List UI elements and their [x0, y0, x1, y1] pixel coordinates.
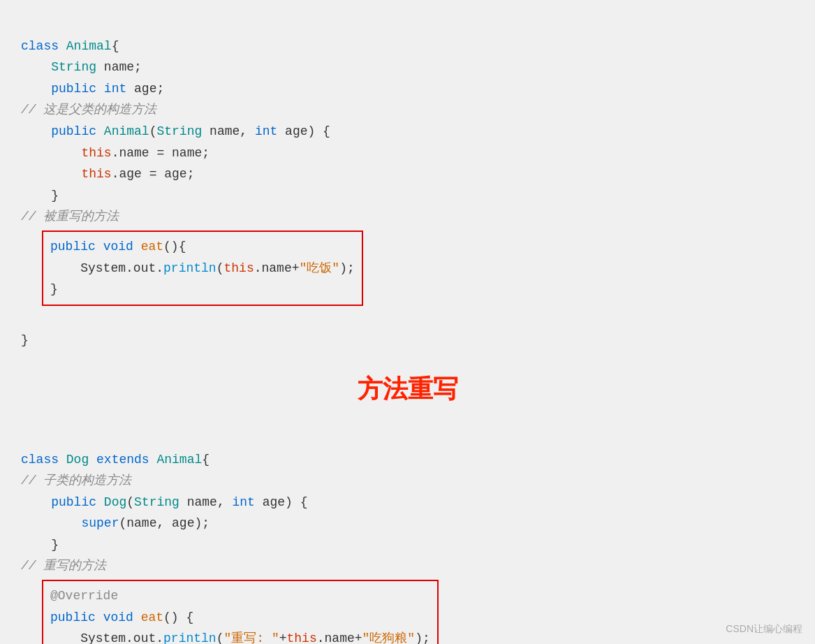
- string-param2: String: [134, 495, 179, 509]
- dog-classname: Dog: [66, 453, 89, 467]
- dog-constructor-name: Dog: [104, 495, 126, 509]
- comment-overridden: // 被重写的方法: [21, 210, 119, 224]
- eat-method-name: eat: [141, 240, 163, 254]
- animal-closing: }: [21, 309, 794, 351]
- eat-method-name2: eat: [141, 610, 163, 624]
- eat-string: "吃饭": [300, 261, 340, 275]
- class-keyword2: class: [21, 453, 66, 467]
- string-param: String: [156, 124, 202, 138]
- this-keyword2: this: [81, 167, 111, 181]
- super-keyword: super: [81, 516, 119, 530]
- watermark: CSDN让编心编程: [726, 623, 802, 636]
- this-keyword3: this: [223, 261, 254, 275]
- class-keyword: class: [21, 39, 66, 53]
- println-call2: println: [163, 631, 216, 644]
- comment-subclass-constructor: // 子类的构造方法: [21, 474, 131, 488]
- int-param: int: [255, 124, 277, 138]
- int-keyword: int: [104, 82, 126, 96]
- animal-eat-code: public void eat(){ System.out.println(th…: [50, 236, 355, 300]
- this-keyword1: this: [81, 146, 111, 160]
- rewrite-string: "重写: ": [223, 631, 279, 644]
- section-title: 方法重写: [21, 372, 794, 407]
- animal-constructor-name: Animal: [104, 124, 149, 138]
- void-keyword: void: [103, 240, 133, 254]
- public-keyword3: public: [51, 495, 96, 509]
- comment-constructor: // 这是父类的构造方法: [21, 103, 156, 117]
- public-void: public: [50, 240, 96, 254]
- dog-food-string: "吃狗粮": [362, 631, 416, 644]
- this-keyword4: this: [287, 631, 317, 644]
- comment-override: // 重写的方法: [21, 559, 106, 573]
- animal-classname: Animal: [66, 39, 112, 53]
- public-keyword2: public: [51, 124, 96, 138]
- dog-eat-box: @Override public void eat() { System.out…: [42, 580, 439, 644]
- animal-class-block: class Animal{ String name; public int ag…: [21, 14, 794, 228]
- println-call: println: [163, 261, 216, 275]
- animal-extends: Animal: [156, 453, 202, 467]
- public-keyword: public: [51, 82, 96, 96]
- animal-eat-box: public void eat(){ System.out.println(th…: [42, 230, 363, 306]
- int-param2: int: [233, 495, 255, 509]
- void-keyword2: void: [103, 610, 133, 624]
- public-void2: public: [50, 610, 96, 624]
- extends-keyword: extends: [96, 453, 149, 467]
- string-type: String: [51, 60, 96, 74]
- dog-class-block: class Dog extends Animal{ // 子类的构造方法 pub…: [21, 427, 794, 577]
- dog-eat-code: @Override public void eat() { System.out…: [50, 585, 430, 644]
- override-annotation: @Override: [50, 589, 118, 603]
